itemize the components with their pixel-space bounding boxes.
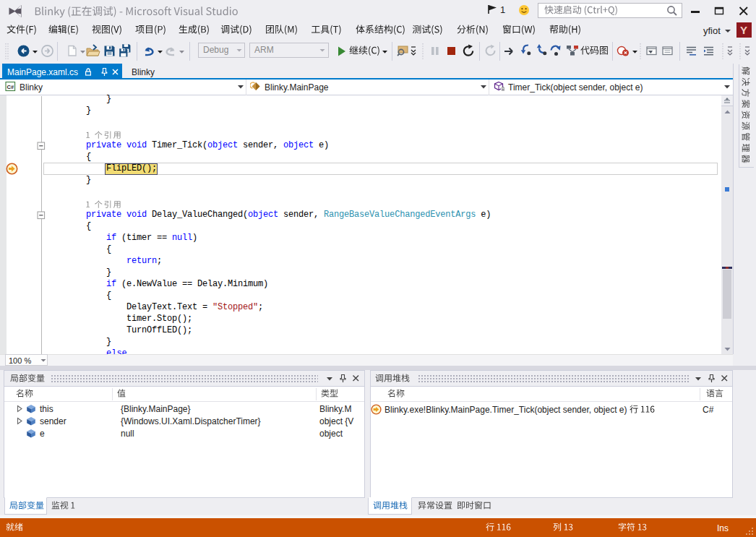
svg-text:C#: C#	[7, 84, 14, 90]
